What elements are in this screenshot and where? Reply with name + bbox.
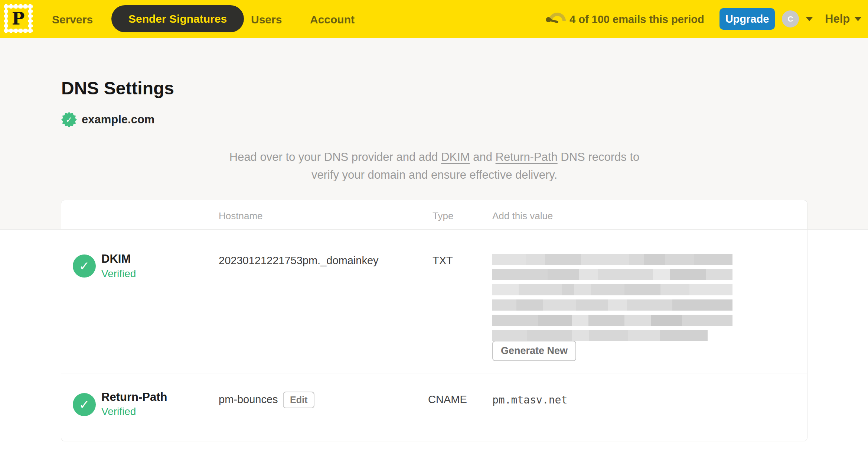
edit-button[interactable]: Edit — [283, 392, 314, 408]
column-header-add-this-value: Add this value — [492, 210, 553, 222]
record-name: DKIM — [101, 252, 131, 266]
return-path-hostname: pm-bounces — [219, 393, 278, 406]
logo-letter: P — [12, 10, 25, 27]
dns-records-card: Hostname Type Add this value DKIM Verifi… — [61, 200, 807, 441]
return-path-value: pm.mtasv.net — [492, 394, 567, 406]
status-badge: Verified — [101, 268, 136, 280]
redacted-dkim-value — [492, 254, 732, 345]
upgrade-button[interactable]: Upgrade — [719, 8, 775, 30]
postmark-logo[interactable]: P — [4, 4, 33, 33]
avatar[interactable]: C — [782, 10, 799, 27]
nav-item-servers[interactable]: Servers — [52, 13, 93, 26]
help-label: Help — [825, 12, 850, 26]
logo-stamp-icon: P — [8, 9, 28, 29]
help-menu[interactable]: Help — [825, 0, 862, 38]
redacted-value-bar — [492, 269, 732, 280]
generate-new-button[interactable]: Generate New — [492, 341, 576, 361]
account-menu[interactable]: C — [782, 0, 813, 38]
instructions-line-2: verify your domain and ensure effective … — [61, 166, 807, 184]
status-badge: Verified — [101, 406, 136, 418]
nav-item-account[interactable]: Account — [310, 13, 355, 26]
instructions-part: and — [470, 150, 496, 163]
top-nav-bar: P Servers Sender Signatures Users Accoun… — [0, 0, 868, 38]
redacted-value-bar — [492, 299, 732, 311]
usage-text: 4 of 100 emails this period — [570, 13, 704, 26]
record-name: Return-Path — [101, 390, 167, 404]
usage-gauge-icon — [549, 13, 566, 25]
column-header-type: Type — [433, 210, 453, 222]
domain-name: example.com — [82, 113, 154, 126]
verified-seal-icon — [61, 112, 77, 127]
table-header-divider — [0, 229, 868, 230]
column-header-hostname: Hostname — [219, 210, 263, 222]
return-path-record-type: CNAME — [428, 393, 467, 406]
page-title: DNS Settings — [61, 78, 174, 98]
chevron-down-icon — [854, 17, 862, 21]
instructions-line-1: Head over to your DNS provider and add D… — [61, 148, 807, 166]
dkim-link[interactable]: DKIM — [441, 150, 470, 163]
nav-item-sender-signatures[interactable]: Sender Signatures — [111, 5, 244, 32]
return-path-link[interactable]: Return-Path — [496, 150, 558, 163]
nav-item-users[interactable]: Users — [251, 13, 282, 26]
instructions-part: DNS records to — [558, 150, 640, 163]
dkim-hostname: 20230121221753pm._domainkey — [219, 254, 379, 267]
verified-check-icon — [73, 393, 96, 416]
redacted-value-bar — [492, 284, 732, 295]
instructions-part: Head over to your DNS provider and add — [229, 150, 441, 163]
domain-row: example.com — [61, 112, 154, 127]
redacted-value-bar — [492, 315, 732, 326]
row-divider — [61, 373, 807, 373]
verified-check-icon — [73, 254, 96, 278]
chevron-down-icon — [806, 17, 813, 21]
redacted-value-bar — [492, 330, 708, 341]
instructions-text: Head over to your DNS provider and add D… — [61, 148, 807, 184]
dkim-record-type: TXT — [433, 254, 453, 267]
avatar-initial: C — [787, 14, 793, 23]
redacted-value-bar — [492, 254, 732, 265]
